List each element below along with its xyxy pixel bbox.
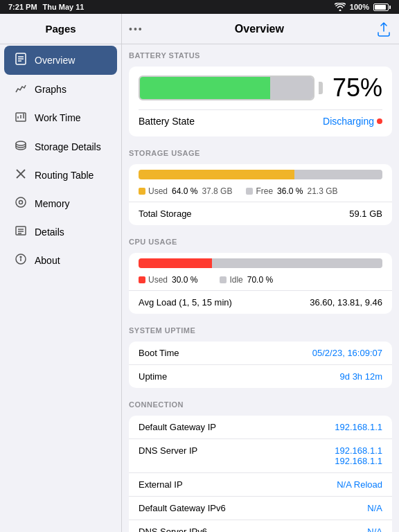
sidebar-item-storage[interactable]: Storage Details (4, 133, 117, 161)
main-layout: Overview Graphs Work Time (0, 44, 399, 532)
svg-point-11 (16, 197, 26, 207)
avg-load-value: 36.60, 13.81, 9.46 (310, 297, 382, 308)
routing-icon (14, 169, 28, 181)
day: Thu May 11 (43, 3, 85, 11)
cpu-idle-fill (212, 258, 382, 268)
storage-used-fill (139, 170, 294, 179)
svg-point-19 (20, 256, 21, 258)
external-ip-value: N/A Reload (337, 479, 382, 490)
cpu-used-fill (139, 258, 212, 268)
sidebar-item-graphs[interactable]: Graphs (4, 76, 117, 103)
share-button[interactable] (369, 21, 399, 37)
gateway-ip-value: 192.168.1.1 (335, 422, 382, 432)
total-storage-label: Total Storage (139, 209, 192, 219)
boot-time-row: Boot Time 05/2/23, 16:09:07 (129, 342, 392, 364)
worktime-label: Work Time (35, 112, 81, 123)
dns-ipv6-value: N/A (367, 526, 382, 532)
battery-visual: 75% (139, 73, 382, 103)
uptime-row: Uptime 9d 3h 12m (129, 364, 392, 388)
cpu-idle-color (220, 276, 227, 283)
battery-bar (139, 76, 314, 100)
storage-used-legend: Used 64.0 % 37.8 GB (139, 186, 232, 196)
gateway-ipv6-row: Default Gateway IPv6 N/A (129, 496, 392, 520)
connection-section-header: CONNECTION (122, 393, 399, 410)
battery-state-row: Battery State Discharging (139, 109, 382, 127)
sidebar: Overview Graphs Work Time (0, 44, 122, 532)
content-area: BATTERY STATUS 75% Battery State Dischar… (122, 44, 399, 532)
sidebar-item-about[interactable]: About (4, 247, 117, 274)
battery-green (140, 77, 270, 99)
battery-section: 75% Battery State Discharging (129, 66, 392, 136)
battery-status-icon (373, 3, 391, 11)
sidebar-item-overview[interactable]: Overview (4, 46, 117, 75)
cpu-idle-legend: Idle 70.0 % (220, 275, 277, 285)
wifi-icon (335, 3, 346, 11)
external-ip-label: External IP (139, 479, 183, 490)
storage-bar (139, 170, 382, 179)
overview-label: Overview (35, 55, 75, 66)
status-bar: 7:21 PM Thu May 11 100% (0, 0, 399, 14)
battery-state-value: Discharging (323, 116, 382, 127)
battery-gray (270, 77, 314, 99)
dns-row: DNS Server IP 192.168.1.1192.168.1.1 (129, 438, 392, 472)
cpu-bar (139, 258, 382, 268)
storage-section-header: STORAGE USAGE (122, 142, 399, 159)
dns-label: DNS Server IP (139, 445, 197, 456)
battery-content: 75% Battery State Discharging (129, 66, 392, 136)
gateway-ipv6-label: Default Gateway IPv6 (139, 503, 226, 513)
avg-load-label: Avg Load (1, 5, 15 min) (139, 297, 232, 308)
about-label: About (35, 255, 60, 266)
uptime-section-header: SYSTEM UPTIME (122, 319, 399, 336)
battery-percent: 100% (350, 3, 369, 11)
routing-label: Routing Table (35, 170, 94, 181)
boot-time-value: 05/2/23, 16:09:07 (312, 348, 382, 358)
total-storage-row: Total Storage 59.1 GB (129, 202, 392, 225)
worktime-icon (14, 111, 28, 125)
cpu-section: Used 30.0 % Idle 70.0 % Avg Load (1, 5, … (129, 253, 392, 314)
avg-load-row: Avg Load (1, 5, 15 min) 36.60, 13.81, 9.… (129, 290, 392, 314)
boot-time-label: Boot Time (139, 348, 179, 358)
gateway-ipv6-value: N/A (367, 503, 382, 513)
battery-tip-big (319, 82, 323, 94)
memory-label: Memory (35, 198, 70, 209)
gateway-ip-label: Default Gateway IP (139, 422, 216, 432)
sidebar-item-worktime[interactable]: Work Time (4, 104, 117, 132)
nav-dots: ••• (122, 24, 150, 35)
details-label: Details (35, 227, 64, 238)
storage-label: Storage Details (35, 141, 101, 152)
about-icon (14, 254, 28, 267)
total-storage-value: 59.1 GB (349, 209, 382, 219)
sidebar-title: Pages (0, 14, 122, 44)
dns-ipv6-row: DNS Server IPv6 N/A (129, 520, 392, 532)
battery-state-label: Battery State (139, 116, 195, 127)
status-right: 100% (335, 3, 391, 11)
storage-free-fill (294, 170, 382, 179)
svg-point-8 (16, 141, 26, 145)
storage-free-legend: Free 36.0 % 21.3 GB (246, 186, 337, 196)
sidebar-item-details[interactable]: Details (4, 219, 117, 245)
uptime-value: 9d 3h 12m (340, 371, 382, 382)
graphs-icon (14, 83, 28, 96)
status-left: 7:21 PM Thu May 11 (8, 3, 84, 11)
sidebar-item-routing[interactable]: Routing Table (4, 162, 117, 188)
overview-icon (14, 53, 28, 68)
discharging-dot (377, 118, 382, 124)
cpu-used-legend: Used 30.0 % (139, 275, 202, 285)
cpu-section-header: CPU USAGE (122, 231, 399, 247)
storage-icon (14, 140, 28, 154)
memory-icon (14, 197, 28, 211)
dns-value: 192.168.1.1192.168.1.1 (335, 445, 382, 466)
nav-bar: Pages ••• Overview (0, 14, 399, 44)
used-color (139, 188, 145, 195)
sidebar-item-memory[interactable]: Memory (4, 190, 117, 218)
gateway-ip-row: Default Gateway IP 192.168.1.1 (129, 416, 392, 438)
battery-percent-value: 75% (327, 73, 382, 103)
cpu-used-color (139, 276, 145, 283)
battery-section-header: BATTERY STATUS (122, 44, 399, 61)
cpu-legend: Used 30.0 % Idle 70.0 % (129, 272, 392, 290)
connection-section: Default Gateway IP 192.168.1.1 DNS Serve… (129, 416, 392, 532)
details-icon (14, 226, 28, 238)
storage-section: Used 64.0 % 37.8 GB Free 36.0 % 21.3 GB … (129, 164, 392, 225)
uptime-label: Uptime (139, 371, 167, 382)
uptime-section: Boot Time 05/2/23, 16:09:07 Uptime 9d 3h… (129, 342, 392, 388)
